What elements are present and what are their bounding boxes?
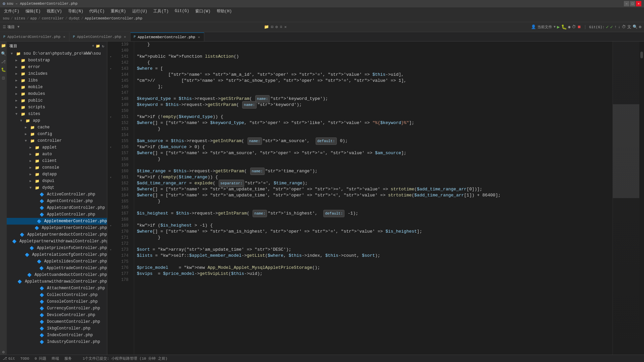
sidebar-file-applettradecontroller-php[interactable]: 🔷ApplettradeController.php [7,265,107,272]
menu-refactor[interactable]: 重构(R) [108,8,129,15]
code-line-173[interactable]: $sort = "kw">array("str">'am_update_time… [134,247,612,253]
sidebar-file-attachmentcontroller-php[interactable]: 🔷AttachmentController.php [7,285,107,292]
breadcrumb-file[interactable]: AppletmemberController.php [85,16,143,20]
code-line-167[interactable]: $is_heighest = $this->request->getIntPar… [134,210,612,217]
activity-settings[interactable]: ⚙ [1,349,6,355]
sidebar-folder-app[interactable]: ▼📁app [7,117,107,124]
sidebar-folder-dspui[interactable]: ▶📁dspui [7,178,107,184]
toolbar-git-update-icon[interactable]: ↑ [614,25,616,29]
code-line-154[interactable] [134,132,612,138]
fold-143[interactable]: ▾ [107,66,114,72]
code-line-161[interactable]: "kw">if (!empty($time_range)) { [134,174,612,180]
sidebar-folder-sou-d--oran-phpstudy-pro-www-sou[interactable]: ▼📁sou D:\oran\phpstudy_pro\WWW\sou [7,50,107,57]
toolbar-stop-icon[interactable]: ⏹ [577,24,581,29]
toolbar-dropdown-icon[interactable]: ▼ [17,25,19,29]
toolbar-settings-icon[interactable]: ⚙ [275,24,278,29]
tab-appletmember[interactable]: P AppletmemberController.php ✕ [130,33,205,41]
menu-git[interactable]: Git(G) [172,8,192,14]
code-line-151[interactable]: "kw">if (!empty($keyword_type)) { [134,114,612,120]
fold-arrow-161[interactable]: ▾ [110,176,111,179]
code-line-155[interactable]: $am_source = $this->request->getIntParam… [134,138,612,144]
menu-edit[interactable]: 编辑(E) [23,8,44,15]
fold-arrow-143[interactable]: ▾ [110,67,111,71]
code-line-160[interactable]: $time_range = $this->request->getStrPara… [134,168,612,174]
scrollbar-thumb[interactable] [640,52,643,58]
code-line-148[interactable]: $keyword_type = $this->request->getStrPa… [134,96,612,102]
sidebar-folder-client[interactable]: ▶📁client [7,158,107,164]
sidebar-file-appletprizeinfocontroller-php[interactable]: 🔷AppletprizeinfoController.php [7,245,107,251]
sidebar-folder-sites[interactable]: ▼📁sites [7,111,107,117]
maximize-button[interactable]: □ [630,1,635,6]
fold-arrow-141[interactable]: ▾ [110,55,111,59]
code-line-146[interactable]: ]; [134,84,612,90]
panel-issues[interactable]: 0 问题 [35,356,46,361]
refresh-icon[interactable]: ↻ [102,44,104,48]
activity-search[interactable]: 🔍 [1,51,6,56]
toolbar-search-icon[interactable]: 🔍 [633,24,638,29]
toolbar-git-history-icon[interactable]: ⏱ [622,24,626,29]
sidebar-file-appletcardcontroller-php[interactable]: 🔷AppletcardController.php [7,204,107,211]
minimap-slider[interactable] [613,104,639,198]
breadcrumb-dydqt[interactable]: dydqt [69,16,80,20]
toolbar-menu-icon[interactable]: ≡ [280,25,282,29]
toolbar-run-icon[interactable]: ▶ [557,24,559,30]
code-line-168[interactable] [134,217,612,223]
code-line-149[interactable]: $keyword = $this->request->getStrParam( … [134,102,612,108]
tab-appletmember-close[interactable]: ✕ [197,35,201,40]
fold-arrow-151[interactable]: ▾ [110,115,111,119]
code-line-170[interactable]: $where[] = ["str">'name' => "str">'am_is… [134,229,612,235]
code-line-143[interactable]: $where = [ [134,66,612,72]
code-line-153[interactable]: } [134,126,612,132]
sidebar-file-activecontroller-php[interactable]: 🔷ActiveController.php [7,191,107,198]
menu-window[interactable]: 窗口(W) [193,8,213,15]
code-line-172[interactable] [134,241,612,247]
fold-arrow-173[interactable]: ▾ [110,248,111,252]
sidebar-file-appletcontroller-php[interactable]: 🔷AppletController.php [7,211,107,218]
fold-arrow-156[interactable]: ▾ [110,145,111,149]
sidebar-file-appletslidescontroller-php[interactable]: 🔷AppletslidesController.php [7,258,107,265]
fold-169[interactable]: ▾ [107,223,114,229]
code-line-140[interactable] [134,48,612,54]
fold-173[interactable]: ▾ [107,247,114,253]
code-line-175[interactable] [134,259,612,265]
code-line-157[interactable]: $where[] = ["str">'name' => "str">'am_so… [134,150,612,156]
sidebar-folder-auto[interactable]: ▶📁auto [7,151,107,158]
sidebar-file-agentcontroller-php[interactable]: 🔷AgentController.php [7,198,107,204]
sidebar-folder-libs[interactable]: ▶📁libs [7,77,107,84]
toolbar-profile-run-icon[interactable]: ⏱ [572,24,576,29]
tab-applet[interactable]: P AppletController.php ✕ [69,33,130,41]
menu-file[interactable]: 文件(F) [1,8,22,15]
toolbar-git-tick-icon[interactable]: ✓ [610,24,613,30]
activity-extensions[interactable]: ◫ [1,75,6,80]
code-line-163[interactable]: $where[] = ["str">'name' => "str">'am_up… [134,186,612,192]
tab-applet-close[interactable]: ✕ [123,35,127,39]
sidebar-file-currencycontroller-php[interactable]: 🔷CurrencyController.php [7,305,107,312]
sidebar-folder-config[interactable]: ▶📁config [7,131,107,137]
sidebar-file-consolecontroller-php[interactable]: 🔷ConsoleController.php [7,298,107,305]
fold-141[interactable]: ▾ [107,54,114,60]
toolbar-translate-icon[interactable]: 文 [627,24,631,30]
code-line-165[interactable]: } [134,198,612,204]
code-line-139[interactable]: } [134,42,612,48]
sidebar-header-icons[interactable]: + 📁 ↻ [92,44,104,48]
sidebar-folder-includes[interactable]: ▶📁includes [7,70,107,77]
tab-appletcard[interactable]: P AppletcardController.php ✕ [0,33,69,41]
code-line-158[interactable]: } [134,156,612,162]
sidebar-folder-mobile[interactable]: ▶📁mobile [7,84,107,90]
panel-git[interactable]: ⎇ Git [3,356,15,361]
breadcrumb-sites[interactable]: sites [14,16,25,20]
menu-tools[interactable]: 工具(T) [151,8,171,15]
sidebar-folder-dydqt[interactable]: ▼📁dydqt [7,184,107,191]
code-line-171[interactable]: } [134,235,612,241]
sidebar-file-appletmembercontroller-php[interactable]: 🔷AppletmemberController.php [7,218,107,225]
title-bar-controls[interactable]: – □ ✕ [624,1,641,6]
fold-161[interactable]: ▾ [107,174,114,180]
code-line-169[interactable]: "kw">if ($is_heighest > -1) { [134,223,612,229]
toolbar-git-push-icon[interactable]: ↓ [618,25,621,29]
toolbar-profile-icon[interactable]: 👤 [531,24,536,29]
sidebar-file-indexcontroller-php[interactable]: 🔷IndexController.php [7,332,107,339]
sidebar-file-industrycontroller-php[interactable]: 🔷IndustryController.php [7,339,107,345]
toolbar-collapse-icon[interactable]: ⊟ [271,24,273,29]
menu-code[interactable]: 代码(C) [87,8,107,15]
menu-view[interactable]: 视图(V) [44,8,65,15]
